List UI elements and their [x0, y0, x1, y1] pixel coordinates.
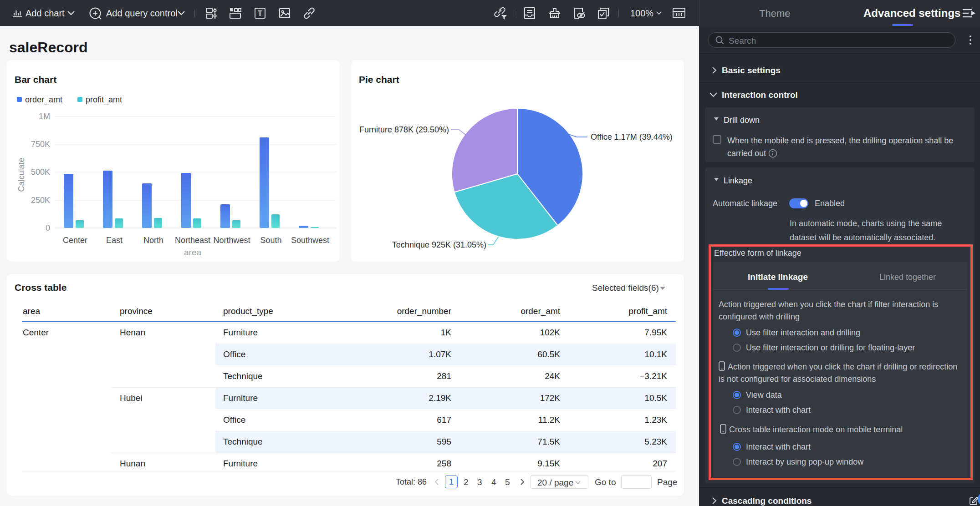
svg-text:area: area [184, 248, 201, 257]
svg-text:Technique 925K (31.05%): Technique 925K (31.05%) [392, 240, 486, 249]
svg-text:Furniture 878K (29.50%): Furniture 878K (29.50%) [359, 125, 449, 134]
svg-text:Northwest: Northwest [213, 236, 250, 245]
svg-text:Center: Center [63, 236, 87, 245]
svg-text:0: 0 [46, 223, 50, 233]
svg-text:Calculate: Calculate [17, 157, 26, 192]
svg-text:500K: 500K [31, 167, 50, 177]
svg-text:Northeast: Northeast [175, 236, 210, 245]
svg-text:250K: 250K [31, 196, 50, 205]
svg-text:East: East [106, 236, 122, 245]
svg-text:North: North [143, 236, 163, 245]
svg-text:Office 1.17M (39.44%): Office 1.17M (39.44%) [591, 132, 673, 142]
svg-text:Southwest: Southwest [291, 236, 329, 245]
svg-text:1M: 1M [39, 112, 50, 121]
svg-text:South: South [260, 236, 281, 245]
svg-text:T: T [258, 10, 262, 17]
svg-text:750K: 750K [31, 140, 50, 149]
